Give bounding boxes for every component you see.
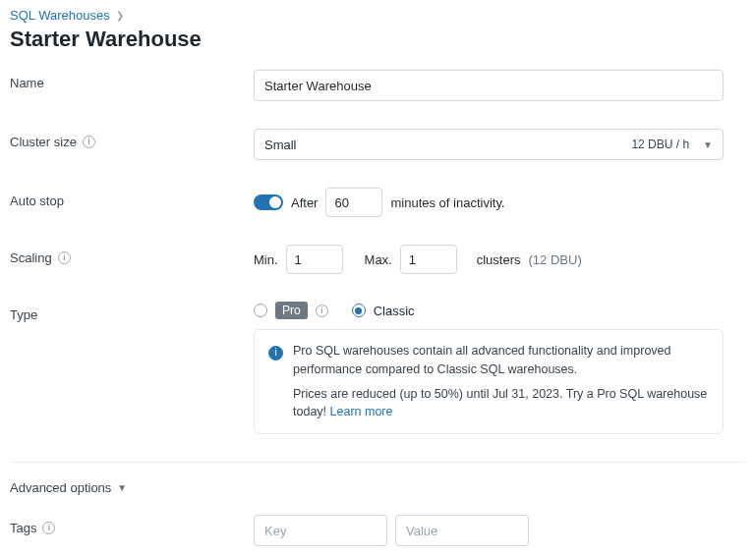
scaling-label: Scaling <box>10 250 52 265</box>
type-pro-radio[interactable] <box>254 304 267 317</box>
scaling-max-label: Max. <box>365 252 392 267</box>
cluster-size-value: Small <box>264 138 297 152</box>
info-icon[interactable]: i <box>83 136 95 148</box>
chevron-down-icon: ▼ <box>703 139 713 150</box>
type-classic-label: Classic <box>374 304 415 318</box>
auto-stop-toggle[interactable] <box>254 194 283 210</box>
type-classic-radio[interactable] <box>352 304 366 317</box>
cluster-size-label: Cluster size <box>10 135 77 149</box>
tag-value-input[interactable] <box>395 515 529 546</box>
chevron-down-icon: ▼ <box>117 482 127 493</box>
type-info-box: i Pro SQL warehouses contain all advance… <box>254 329 724 434</box>
cluster-size-select[interactable]: Small 12 DBU / h ▼ <box>254 129 724 160</box>
tags-label: Tags <box>10 521 36 535</box>
divider <box>10 462 746 463</box>
auto-stop-after-label: After <box>291 195 318 210</box>
auto-stop-minutes-input[interactable] <box>325 188 382 217</box>
advanced-options-toggle[interactable]: Advanced options ▼ <box>10 480 127 495</box>
info-icon[interactable]: i <box>58 251 71 264</box>
scaling-clusters-label: clusters <box>477 252 521 267</box>
name-label: Name <box>10 76 44 90</box>
type-info-line1: Pro SQL warehouses contain all advanced … <box>293 342 709 379</box>
breadcrumb-parent-link[interactable]: SQL Warehouses <box>10 8 110 23</box>
info-filled-icon: i <box>268 346 283 361</box>
cluster-size-cost: 12 DBU / h <box>631 138 689 151</box>
auto-stop-suffix: minutes of inactivity. <box>390 195 504 210</box>
advanced-options-label: Advanced options <box>10 480 111 495</box>
scaling-max-input[interactable] <box>400 245 457 274</box>
breadcrumb: SQL Warehouses ❯ <box>10 8 746 23</box>
learn-more-link[interactable]: Learn more <box>330 405 393 418</box>
chevron-right-icon: ❯ <box>116 10 124 21</box>
scaling-min-label: Min. <box>254 252 278 267</box>
auto-stop-label: Auto stop <box>10 194 64 208</box>
name-input[interactable] <box>254 70 724 101</box>
tag-key-input[interactable] <box>254 515 387 546</box>
info-icon[interactable]: i <box>42 522 55 534</box>
scaling-min-input[interactable] <box>286 245 343 274</box>
type-label: Type <box>10 307 37 322</box>
page-title: Starter Warehouse <box>10 27 746 52</box>
type-pro-badge: Pro <box>275 302 308 319</box>
info-icon[interactable]: i <box>316 305 328 317</box>
scaling-dbu-hint: (12 DBU) <box>529 252 582 267</box>
